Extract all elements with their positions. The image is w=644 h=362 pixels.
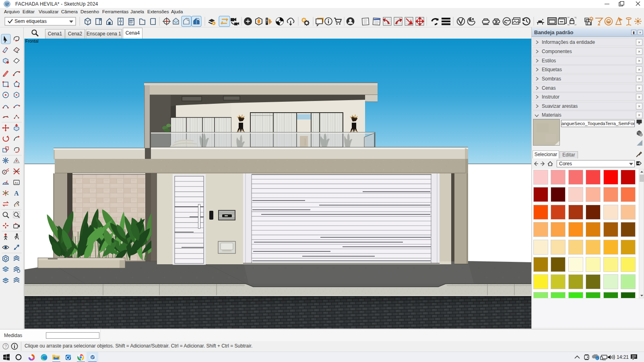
svg-text:Frontal: Frontal	[25, 39, 39, 43]
svg-text:i: i	[597, 357, 597, 360]
svg-text:A: A	[14, 190, 19, 197]
svg-text:?: ?	[5, 344, 7, 349]
svg-text:A1: A1	[15, 181, 19, 185]
svg-text:Sem etiquetas: Sem etiquetas	[14, 19, 47, 24]
